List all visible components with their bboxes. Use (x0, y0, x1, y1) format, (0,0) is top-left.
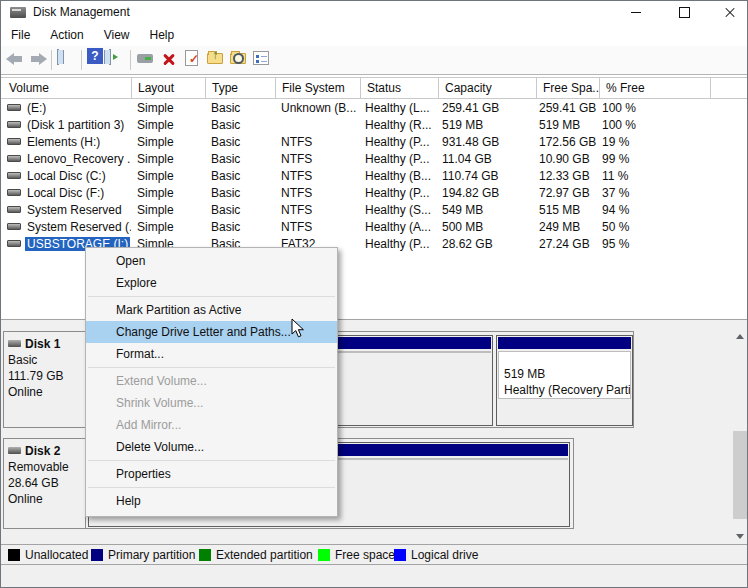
volume-disk-icon (7, 240, 21, 247)
help-icon[interactable]: ? (87, 48, 103, 64)
column-header[interactable]: Volume (3, 78, 132, 98)
type-cell: Basic (211, 219, 275, 236)
context-menu-item[interactable]: Properties (86, 463, 337, 485)
table-row[interactable]: (E:) Simple Basic Unknown (B... Healthy … (1, 100, 748, 117)
table-row[interactable]: System Reserved Simple Basic NTFS Health… (1, 202, 748, 219)
table-row[interactable]: Elements (H:) Simple Basic NTFS Healthy … (1, 134, 748, 151)
context-menu-item (88, 487, 335, 488)
minimize-button[interactable] (621, 1, 651, 24)
disk2-label-pane[interactable]: Disk 2 Removable 28.64 GB Online (4, 439, 86, 528)
column-header[interactable]: Type (206, 78, 276, 98)
pct-free-cell: 37 % (602, 185, 672, 202)
status-cell: Healthy (P... (365, 185, 438, 202)
legend-bar: Unallocated Primary partition Extended p… (1, 544, 748, 565)
free-space-cell: 27.24 GB (539, 236, 599, 253)
pct-free-cell: 95 % (602, 236, 672, 253)
context-menu: Open Explore Mark Partition as Active Ch… (85, 247, 338, 517)
disk1-status: Online (8, 385, 81, 399)
legend-item: Extended partition (199, 545, 313, 564)
volume-name: (E:) (25, 101, 48, 115)
capacity-cell: 11.04 GB (442, 151, 536, 168)
legend-swatch (91, 549, 103, 561)
layout-cell: Simple (137, 219, 205, 236)
legend-item: Free space (318, 545, 395, 564)
type-cell: Basic (211, 117, 275, 134)
forward-icon[interactable] (28, 50, 47, 70)
scrollbar-thumb[interactable] (733, 431, 747, 519)
column-header[interactable]: Free Spa... (537, 78, 600, 98)
legend-swatch (199, 549, 211, 561)
pct-free-cell: 19 % (602, 134, 672, 151)
free-space-cell: 172.56 GB (539, 134, 599, 151)
maximize-button[interactable] (669, 1, 699, 24)
app-disk-icon (10, 7, 26, 18)
show-action-pane-icon[interactable] (109, 49, 111, 65)
table-row[interactable]: System Reserved (... Simple Basic NTFS H… (1, 219, 748, 236)
volume-disk-icon (7, 155, 21, 162)
volume-disk-icon (7, 206, 21, 213)
pct-free-cell: 94 % (602, 202, 672, 219)
column-header[interactable]: Status (361, 78, 439, 98)
volume-name: System Reserved (... (25, 220, 131, 234)
rescan-disks-icon[interactable] (137, 54, 153, 63)
context-menu-item[interactable]: Open (86, 250, 337, 272)
context-menu-item[interactable]: Delete Volume... (86, 436, 337, 458)
file-system-cell: NTFS (281, 202, 360, 219)
volume-disk-icon (7, 138, 21, 145)
pct-free-cell: 11 % (602, 168, 672, 185)
layout-cell: Simple (137, 100, 205, 117)
free-space-cell: 12.33 GB (539, 168, 599, 185)
context-menu-item[interactable]: Format... (86, 343, 337, 365)
table-row[interactable]: Local Disc (F:) Simple Basic NTFS Health… (1, 185, 748, 202)
back-icon[interactable] (6, 50, 25, 70)
scroll-down-icon[interactable] (732, 528, 748, 544)
status-bar (1, 565, 748, 588)
legend-item: Logical drive (394, 545, 478, 564)
context-menu-item: Shrink Volume... (86, 392, 337, 414)
disk2-status: Online (8, 492, 81, 506)
disk1-label-pane[interactable]: Disk 1 Basic 111.79 GB Online (4, 332, 86, 427)
show-console-tree-icon[interactable] (57, 49, 59, 65)
free-space-cell: 72.97 GB (539, 185, 599, 202)
type-cell: Basic (211, 185, 275, 202)
context-menu-item[interactable]: Help (86, 490, 337, 512)
legend-item: Unallocated (8, 545, 88, 564)
volume-list-rows: (E:) Simple Basic Unknown (B... Healthy … (1, 100, 748, 253)
column-header[interactable]: Layout (132, 78, 206, 98)
table-row[interactable]: Lenovo_Recovery ... Simple Basic NTFS He… (1, 151, 748, 168)
view-options-icon[interactable] (253, 51, 269, 65)
folder-up-icon[interactable]: ↑ (207, 53, 223, 64)
menu-bar-item[interactable]: Help (140, 24, 185, 46)
type-cell: Basic (211, 134, 275, 151)
status-cell: Healthy (S... (365, 202, 438, 219)
context-menu-item (88, 460, 335, 461)
context-menu-item[interactable]: Explore (86, 272, 337, 294)
disk1-partition-2[interactable]: 519 MB Healthy (Recovery Parti (496, 335, 633, 426)
column-header[interactable]: % Free (600, 78, 711, 98)
table-row[interactable]: (Disk 1 partition 3) Simple Basic Health… (1, 117, 748, 134)
scroll-up-icon[interactable] (732, 328, 748, 344)
close-button[interactable] (715, 1, 745, 24)
delete-volume-icon[interactable] (160, 50, 179, 70)
column-header[interactable]: Capacity (439, 78, 537, 98)
layout-cell: Simple (137, 168, 205, 185)
layout-cell: Simple (137, 151, 205, 168)
column-header[interactable]: File System (276, 78, 361, 98)
menu-bar-item[interactable]: View (94, 24, 140, 46)
free-space-cell: 249 MB (539, 219, 599, 236)
menu-bar-item[interactable]: Action (40, 24, 93, 46)
menu-bar-item[interactable]: File (1, 24, 40, 46)
file-system-cell: NTFS (281, 219, 360, 236)
volume-disk-icon (7, 104, 21, 111)
table-row[interactable]: Local Disc (C:) Simple Basic NTFS Health… (1, 168, 748, 185)
context-menu-item: Extend Volume... (86, 370, 337, 392)
status-cell: Healthy (P... (365, 236, 438, 253)
type-cell: Basic (211, 100, 275, 117)
pct-free-cell: 50 % (602, 219, 672, 236)
status-cell: Healthy (P... (365, 134, 438, 151)
legend-label: Primary partition (108, 548, 195, 562)
properties-check-icon[interactable]: ✓ (185, 50, 198, 66)
legend-swatch (394, 549, 406, 561)
context-menu-item (88, 367, 335, 368)
folder-find-icon[interactable] (230, 53, 246, 64)
